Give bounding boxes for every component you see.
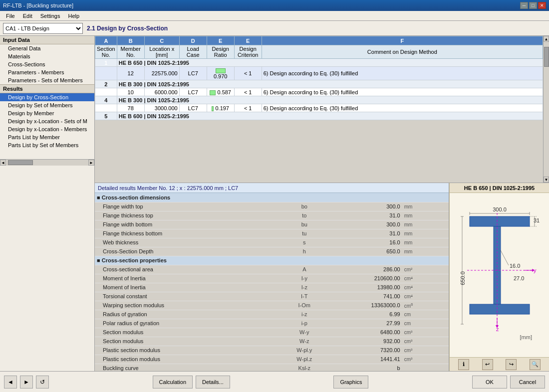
- results-table: A B C D E E F Section No.: [95, 36, 543, 120]
- sidebar-item-design-set[interactable]: Design by Set of Members: [0, 101, 94, 109]
- list-item: Flange thickness topto31.0mm: [95, 211, 449, 220]
- col-c-header: C: [144, 36, 179, 45]
- content-area: Input Data General Data Materials Cross-…: [0, 36, 549, 371]
- ok-button[interactable]: OK: [472, 376, 507, 389]
- sidebar-results-section: Results: [0, 84, 94, 93]
- results-table-container: A B C D E E F Section No.: [95, 36, 549, 183]
- menu-bar: File Edit Settings Help: [0, 11, 549, 21]
- cancel-button[interactable]: Cancel: [510, 376, 545, 389]
- nav-forward-btn[interactable]: ►: [20, 376, 33, 389]
- cs-export-btn[interactable]: ↪: [506, 359, 517, 370]
- calculation-button[interactable]: Calculation: [153, 376, 193, 389]
- sidebar-item-materials[interactable]: Materials: [0, 52, 94, 60]
- svg-line-25: [501, 250, 509, 265]
- col-e-header: E: [207, 36, 234, 45]
- scroll-up-btn[interactable]: ▲: [544, 36, 549, 42]
- nav-refresh-btn[interactable]: ↺: [36, 376, 49, 389]
- menu-help[interactable]: Help: [64, 12, 83, 19]
- cs-reset-btn[interactable]: ↩: [482, 359, 493, 370]
- list-item: Polar radius of gyrationi-p27.99cm: [95, 319, 449, 328]
- list-item: Radius of gyrationi-z6.99cm: [95, 310, 449, 319]
- svg-text:650.0: 650.0: [460, 271, 466, 285]
- svg-rect-15: [470, 304, 530, 314]
- menu-settings[interactable]: Settings: [36, 12, 64, 19]
- scroll-down-btn[interactable]: ▼: [544, 177, 549, 183]
- table-row[interactable]: 78 3000.000 LC7 0.197 < 1 6) Design acco…: [95, 104, 543, 112]
- detail-header: Detailed results Member No. 12 ; x : 225…: [95, 183, 449, 193]
- title-bar-controls: ─ □ ✕: [520, 2, 546, 9]
- table-row[interactable]: 12 22575.000 LC7 0.970 < 1 6) Design acc…: [95, 67, 543, 80]
- sidebar-item-design-x-members[interactable]: Design by x-Location - Members: [0, 125, 94, 133]
- svg-rect-13: [470, 216, 530, 226]
- col-e2-header: E: [234, 36, 262, 45]
- sidebar-item-parameters-sets[interactable]: Parameters - Sets of Members: [0, 76, 94, 84]
- results-vertical-scrollbar[interactable]: ▲ ▼: [543, 36, 549, 183]
- sidebar-item-cross-sections[interactable]: Cross-Sections: [0, 60, 94, 68]
- scroll-thumb[interactable]: [544, 47, 549, 67]
- table-row[interactable]: 4 HE B 300 | DIN 1025-2:1995: [95, 96, 543, 104]
- bottom-bar: ◄ ► ↺ Calculation Details... Graphics OK…: [0, 371, 549, 392]
- table-row[interactable]: 2 HE B 300 | DIN 1025-2:1995: [95, 80, 543, 88]
- right-content: A B C D E E F Section No.: [95, 36, 549, 371]
- detail-table-container[interactable]: ■ Cross-section dimensions Flange width …: [95, 193, 449, 371]
- sidebar-item-parts-set[interactable]: Parts List by Set of Members: [0, 141, 94, 149]
- cross-section-svg: 300.0 31.0 27.0 650.: [460, 205, 540, 345]
- design-ratio-header: Design Ratio: [207, 45, 234, 59]
- close-btn[interactable]: ✕: [538, 2, 546, 9]
- list-item: Cross-sectional areaA286.00cm²: [95, 265, 449, 274]
- list-item: Flange width topbo300.0mm: [95, 202, 449, 211]
- group-header-cs-props: ■ Cross-section properties: [95, 256, 449, 265]
- cs-toolbar: ℹ ↩ ↪ 🔍: [450, 357, 549, 371]
- detail-table: ■ Cross-section dimensions Flange width …: [95, 193, 449, 371]
- graphics-button[interactable]: Graphics: [333, 376, 368, 389]
- list-item: Torsional constantI-T741.00cm⁴: [95, 292, 449, 301]
- load-case-header: Load Case: [179, 45, 207, 59]
- maximize-btn[interactable]: □: [529, 2, 537, 9]
- details-button[interactable]: Details...: [196, 376, 230, 389]
- list-item: Plastic section modulusW-pl.z1441.41cm³: [95, 355, 449, 364]
- group-header-cs-dims: ■ Cross-section dimensions: [95, 193, 449, 202]
- module-select[interactable]: CA1 - LTB Design: [3, 23, 83, 34]
- sidebar-item-design-cross-section[interactable]: Design by Cross-Section: [0, 93, 94, 101]
- sidebar-item-design-member[interactable]: Design by Member: [0, 109, 94, 117]
- menu-file[interactable]: File: [2, 12, 19, 19]
- cs-title: HE B 650 | DIN 1025-2:1995: [450, 183, 549, 193]
- list-item: Section modulusW-y6480.00cm³: [95, 328, 449, 337]
- sidebar-item-design-x-sets[interactable]: Design by x-Location - Sets of M: [0, 117, 94, 125]
- list-item: Cross-Section Depthh650.0mm: [95, 247, 449, 256]
- svg-text:27.0: 27.0: [514, 275, 524, 281]
- list-item: Section modulusW-z932.00cm³: [95, 337, 449, 346]
- location-header: Location x [mm]: [144, 45, 179, 59]
- col-b-header: B: [117, 36, 144, 45]
- list-item: Buckling curveKsl-zb: [95, 364, 449, 371]
- cs-view: 300.0 31.0 27.0 650.: [450, 193, 549, 357]
- svg-text:16.0: 16.0: [510, 263, 520, 269]
- list-item: Warping section modulusI-Om13363000.0cm6: [95, 301, 449, 310]
- col-d-header: D: [179, 36, 207, 45]
- table-row[interactable]: 1 HE B 650 | DIN 1025-2:1995: [95, 59, 543, 67]
- max-row: Max: 0.970 < 1 📋 1₂ 📊 📑 🔧 👁: [95, 183, 549, 183]
- list-item: Moment of InertiaI-y210600.00cm⁴: [95, 274, 449, 283]
- col-a-header: A: [95, 36, 117, 45]
- section-no-header: Section No.: [95, 45, 117, 59]
- cs-zoom-btn[interactable]: 🔍: [530, 359, 541, 370]
- design-criterion-header: Design Criterion: [234, 45, 262, 59]
- table-row[interactable]: 10 6000.000 LC7 0.587 < 1 6) Design acco…: [95, 88, 543, 96]
- bottom-detail: Detailed results Member No. 12 ; x : 225…: [95, 183, 549, 371]
- sidebar-item-parameters-members[interactable]: Parameters - Members: [0, 68, 94, 76]
- list-item: Flange thickness bottomtu31.0mm: [95, 229, 449, 238]
- nav-back-btn[interactable]: ◄: [4, 376, 17, 389]
- sidebar-item-parts-member[interactable]: Parts List by Member: [0, 133, 94, 141]
- sidebar-item-general-data[interactable]: General Data: [0, 44, 94, 52]
- minimize-btn[interactable]: ─: [520, 2, 528, 9]
- detail-left: Detailed results Member No. 12 ; x : 225…: [95, 183, 449, 371]
- list-item: Moment of InertiaI-z13980.00cm⁴: [95, 283, 449, 292]
- svg-text:300.0: 300.0: [493, 206, 507, 212]
- menu-edit[interactable]: Edit: [19, 12, 36, 19]
- cs-info-btn[interactable]: ℹ: [458, 359, 469, 370]
- title-bar: RF-LTB - [Buckling structure] ─ □ ✕: [0, 0, 549, 11]
- table-row[interactable]: 5 HE B 600 | DIN 1025-2:1995: [95, 112, 543, 120]
- list-item: Flange width bottombu300.0mm: [95, 220, 449, 229]
- sidebar-scrollbar[interactable]: ◄ ►: [0, 159, 94, 165]
- scroll-track: [544, 42, 549, 177]
